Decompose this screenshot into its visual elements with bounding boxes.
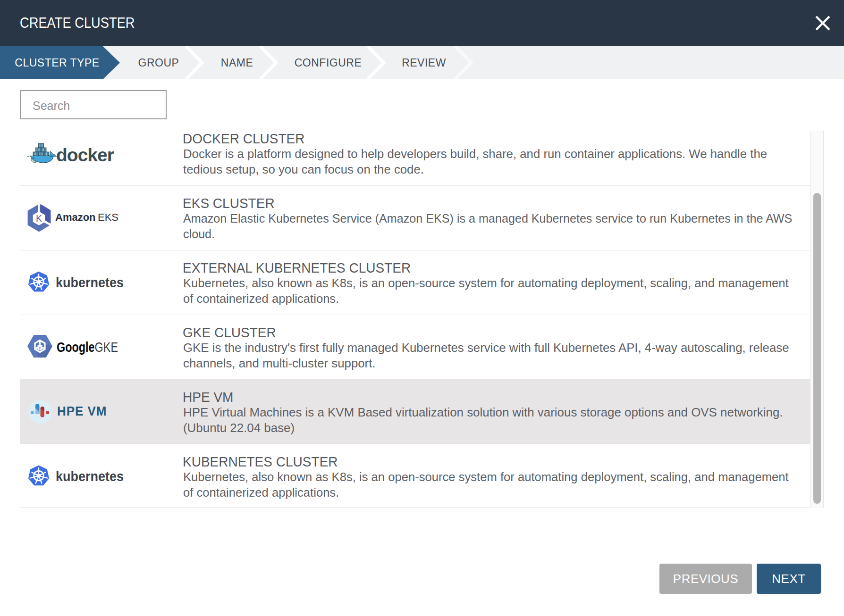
svg-text:K: K [36, 214, 42, 224]
